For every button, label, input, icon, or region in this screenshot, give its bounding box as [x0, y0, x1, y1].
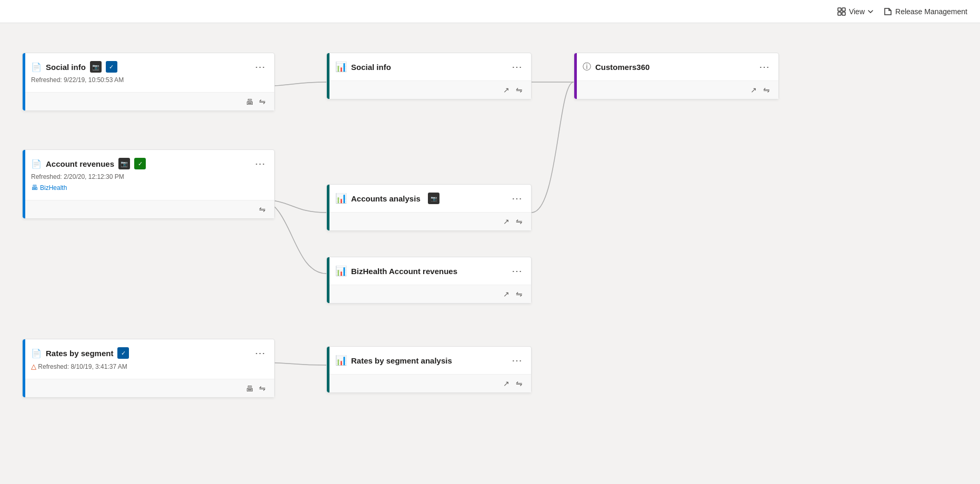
bizhealth-link[interactable]: 🖶 BizHealth [31, 184, 266, 191]
social-info-computer-icon[interactable]: 🖶 [246, 97, 254, 106]
social-info-footer: 🖶 ⇋ [23, 92, 274, 110]
analysis-accounts-more-button[interactable]: ⋯ [512, 192, 523, 205]
bar-chart-icon-rates: 📊 [335, 355, 347, 366]
dest-customers360-more-button[interactable]: ⋯ [759, 60, 770, 73]
analysis-accounts-footer: ↗ ⇋ [327, 212, 531, 230]
dest-customers360-title: Customers360 [595, 63, 649, 72]
analysis-accounts-transfer-icon[interactable]: ⇋ [516, 217, 523, 226]
release-management-label: Release Management [895, 7, 967, 16]
rates-transfer-icon[interactable]: ⇋ [259, 384, 266, 393]
rates-title: Rates by segment [46, 349, 113, 358]
analysis-card-accounts-analysis: 📊 Accounts analysis 📷 ⋯ ↗ ⇋ [326, 184, 532, 231]
svg-rect-0 [838, 8, 841, 11]
accounts-badge-dark: 📷 [428, 193, 439, 204]
analysis-accounts-title: Accounts analysis [351, 194, 421, 203]
analysis-card-rates: 📊 Rates by segment analysis ⋯ ↗ ⇋ [326, 346, 532, 393]
analysis-rates-title: Rates by segment analysis [351, 356, 452, 365]
bar-chart-icon-social-info: 📊 [335, 61, 347, 73]
rates-badge-blue: ✓ [117, 347, 129, 359]
bar-chart-icon-accounts: 📊 [335, 193, 347, 204]
dest-customers360-transfer-icon[interactable]: ⇋ [763, 85, 770, 95]
social-info-badge-blue: ✓ [106, 61, 117, 73]
analysis-social-info-transfer-icon[interactable]: ⇋ [516, 85, 523, 95]
topbar: View Release Management [0, 0, 980, 23]
analysis-card-accent-social-info [327, 53, 329, 99]
dest-card-accent-customers360 [574, 53, 577, 99]
social-info-subtitle: Refreshed: 9/22/19, 10:50:53 AM [31, 76, 266, 84]
social-info-transfer-icon[interactable]: ⇋ [259, 97, 266, 106]
analysis-rates-footer: ↗ ⇋ [327, 374, 531, 392]
analysis-bizhealth-expand-icon[interactable]: ↗ [503, 290, 509, 298]
analysis-social-info-more-button[interactable]: ⋯ [512, 60, 523, 73]
analysis-rates-expand-icon[interactable]: ↗ [503, 379, 509, 388]
svg-rect-3 [842, 12, 845, 15]
view-button[interactable]: View [837, 7, 873, 16]
analysis-rates-transfer-icon[interactable]: ⇋ [516, 379, 523, 388]
analysis-bizhealth-transfer-icon[interactable]: ⇋ [516, 289, 523, 299]
rates-computer-icon[interactable]: 🖶 [246, 384, 254, 393]
account-revenues-badge-dark: 📷 [118, 158, 130, 169]
source-card-rates-by-segment: 📄 Rates by segment ✓ ⋯ △ Refreshed: 8/10… [22, 339, 275, 398]
source-card-account-revenues: 📄 Account revenues 📷 ✓ ⋯ Refreshed: 2/20… [22, 149, 275, 219]
svg-rect-1 [842, 8, 845, 11]
rates-warning-icon: △ [31, 362, 36, 370]
dest-card-customers360: ⓘ Customers360 ⋯ ↗ ⇋ [574, 53, 779, 99]
analysis-card-social-info: 📊 Social info ⋯ ↗ ⇋ [326, 53, 532, 99]
account-revenues-transfer-icon[interactable]: ⇋ [259, 205, 266, 214]
dest-customers360-footer: ↗ ⇋ [574, 80, 778, 99]
account-revenues-more-button[interactable]: ⋯ [255, 157, 266, 170]
analysis-accounts-expand-icon[interactable]: ↗ [503, 217, 509, 226]
circle-icon-customers360: ⓘ [583, 62, 591, 73]
bar-chart-icon-bizhealth: 📊 [335, 265, 347, 277]
account-revenues-badge-green: ✓ [134, 158, 146, 169]
account-revenues-footer: ⇋ [23, 200, 274, 218]
analysis-card-accent-accounts [327, 185, 329, 230]
analysis-bizhealth-more-button[interactable]: ⋯ [512, 265, 523, 277]
analysis-rates-more-button[interactable]: ⋯ [512, 354, 523, 367]
analysis-card-accent-bizhealth [327, 257, 329, 303]
rates-footer: 🖶 ⇋ [23, 379, 274, 397]
analysis-social-info-title: Social info [351, 63, 391, 72]
release-management-button[interactable]: Release Management [884, 7, 967, 16]
rates-subtitle: △ Refreshed: 8/10/19, 3:41:37 AM [31, 362, 266, 370]
analysis-social-info-footer: ↗ ⇋ [327, 80, 531, 99]
analysis-card-accent-rates [327, 347, 329, 392]
view-label: View [849, 7, 865, 16]
doc-icon-social-info: 📄 [31, 62, 42, 72]
card-accent-account-revenues [23, 150, 25, 218]
account-revenues-title: Account revenues [46, 159, 114, 168]
doc-icon-rates: 📄 [31, 348, 42, 358]
social-info-title: Social info [46, 63, 86, 72]
account-revenues-subtitle: Refreshed: 2/20/20, 12:12:30 PM [31, 173, 266, 180]
analysis-social-info-expand-icon[interactable]: ↗ [503, 86, 509, 94]
svg-rect-2 [838, 12, 841, 15]
canvas: 📄 Social info 📷 ✓ ⋯ Refreshed: 9/22/19, … [0, 23, 980, 484]
rates-more-button[interactable]: ⋯ [255, 347, 266, 359]
social-info-more-button[interactable]: ⋯ [255, 60, 266, 73]
social-info-badge-dark: 📷 [90, 61, 102, 73]
doc-icon-account-revenues: 📄 [31, 159, 42, 169]
source-card-social-info: 📄 Social info 📷 ✓ ⋯ Refreshed: 9/22/19, … [22, 53, 275, 111]
dest-customers360-expand-icon[interactable]: ↗ [751, 86, 757, 94]
card-accent-rates [23, 339, 25, 397]
card-accent-social-info [23, 53, 25, 110]
analysis-bizhealth-footer: ↗ ⇋ [327, 285, 531, 303]
analysis-bizhealth-title: BizHealth Account revenues [351, 267, 457, 276]
analysis-card-bizhealth: 📊 BizHealth Account revenues ⋯ ↗ ⇋ [326, 257, 532, 304]
